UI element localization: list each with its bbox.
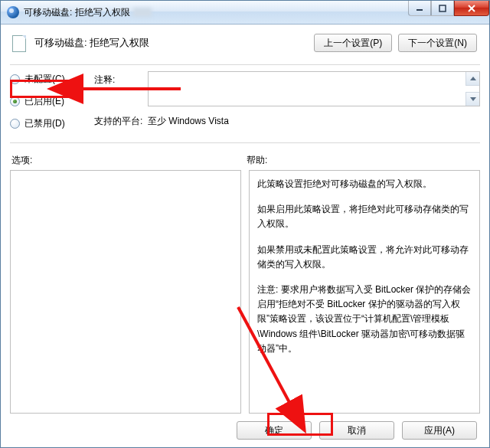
radio-icon-checked — [10, 96, 20, 106]
help-paragraph: 如果禁用或未配置此策略设置，将允许对此可移动存储类的写入权限。 — [257, 243, 472, 272]
maximize-icon — [439, 5, 446, 12]
options-panel — [10, 170, 241, 414]
help-panel: 此策略设置拒绝对可移动磁盘的写入权限。 如果启用此策略设置，将拒绝对此可移动存储… — [249, 170, 480, 414]
help-paragraph: 如果启用此策略设置，将拒绝对此可移动存储类的写入权限。 — [257, 202, 472, 231]
cancel-button[interactable]: 取消 — [319, 421, 394, 440]
policy-icon — [10, 34, 28, 52]
radio-icon — [10, 74, 20, 84]
window-title: 可移动磁盘: 拒绝写入权限 — [24, 6, 130, 19]
help-heading: 帮助: — [245, 154, 480, 167]
panels: 此策略设置拒绝对可移动磁盘的写入权限。 如果启用此策略设置，将拒绝对此可移动存储… — [10, 170, 480, 414]
comment-row: 注释: — [94, 71, 480, 106]
close-button[interactable] — [454, 1, 489, 16]
radio-not-configured[interactable]: 未配置(C) — [10, 73, 94, 86]
maximize-button[interactable] — [431, 1, 454, 16]
scroll-up-button[interactable] — [466, 72, 479, 86]
header-row: 可移动磁盘: 拒绝写入权限 上一个设置(P) 下一个设置(N) — [10, 32, 480, 54]
radio-label: 未配置(C) — [24, 73, 65, 86]
nav-buttons: 上一个设置(P) 下一个设置(N) — [314, 34, 477, 52]
apply-button[interactable]: 应用(A) — [402, 421, 477, 440]
next-label: 下一个设置(N) — [408, 37, 467, 50]
comment-label: 注释: — [94, 71, 148, 87]
window-controls — [408, 1, 489, 16]
titlebar: 可移动磁盘: 拒绝写入权限 — [1, 1, 489, 25]
comment-input[interactable] — [148, 71, 480, 106]
chevron-up-icon — [470, 77, 476, 80]
close-icon — [467, 5, 476, 12]
radio-icon — [10, 119, 20, 129]
cancel-label: 取消 — [348, 424, 366, 437]
radio-column: 未配置(C) 已启用(E) 已禁用(D) — [10, 71, 94, 139]
help-paragraph: 此策略设置拒绝对可移动磁盘的写入权限。 — [257, 177, 472, 191]
ok-label: 确定 — [265, 424, 283, 437]
help-paragraph: 注意: 要求用户将数据写入受 BitLocker 保护的存储会启用“拒绝对不受 … — [257, 283, 472, 356]
platform-row: 支持的平台: 至少 Windows Vista — [94, 113, 480, 128]
platform-value: 至少 Windows Vista — [148, 113, 229, 128]
app-icon — [7, 6, 19, 18]
top-grid: 未配置(C) 已启用(E) 已禁用(D) 注释: — [10, 71, 480, 139]
scroll-down-button[interactable] — [466, 92, 479, 106]
platform-label: 支持的平台: — [94, 113, 148, 128]
radio-disabled[interactable]: 已禁用(D) — [10, 117, 94, 130]
minimize-button[interactable] — [408, 1, 431, 16]
radio-label: 已禁用(D) — [24, 117, 65, 130]
svg-rect-1 — [439, 5, 446, 11]
footer-buttons: 确定 取消 应用(A) — [10, 421, 480, 440]
client-area: 可移动磁盘: 拒绝写入权限 上一个设置(P) 下一个设置(N) 未配置(C) 已… — [1, 25, 489, 447]
divider-2 — [10, 142, 480, 143]
chevron-down-icon — [470, 97, 476, 101]
radio-enabled[interactable]: 已启用(E) — [10, 95, 94, 108]
next-setting-button[interactable]: 下一个设置(N) — [398, 34, 477, 52]
radio-label: 已启用(E) — [24, 95, 64, 108]
right-top-fields: 注释: 支持的平台: 至少 Windows Vista — [94, 71, 480, 139]
section-headers: 选项: 帮助: — [10, 154, 480, 167]
prev-setting-button[interactable]: 上一个设置(P) — [314, 34, 392, 52]
divider — [10, 64, 480, 65]
page-title: 可移动磁盘: 拒绝写入权限 — [34, 36, 314, 50]
minimize-icon — [416, 5, 423, 12]
apply-label: 应用(A) — [424, 424, 455, 437]
prev-label: 上一个设置(P) — [324, 37, 382, 50]
title-blur — [133, 8, 152, 17]
ok-button[interactable]: 确定 — [237, 421, 312, 440]
svg-rect-0 — [416, 9, 423, 11]
options-heading: 选项: — [10, 154, 245, 167]
dialog-window: 可移动磁盘: 拒绝写入权限 可移动磁盘: 拒绝写入权限 — [0, 0, 490, 448]
